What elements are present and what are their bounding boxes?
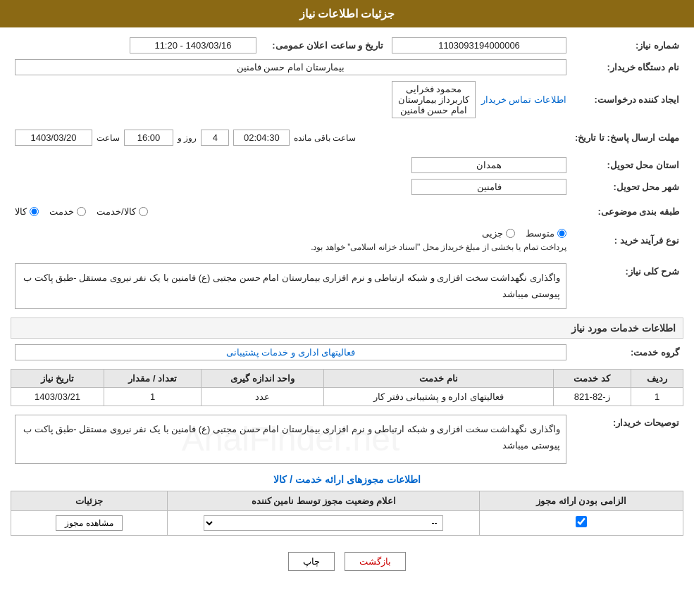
list-item: -- مشاهده مجوز xyxy=(11,510,683,535)
process-radio2-label: متوسط xyxy=(526,228,554,239)
process-radio-jozi[interactable]: جزیی xyxy=(482,228,515,239)
view-permit-button[interactable]: مشاهده مجوز xyxy=(56,515,122,531)
category-radio2-input[interactable] xyxy=(77,207,86,216)
cell-qty: 1 xyxy=(104,387,202,406)
perm-required-checkbox[interactable] xyxy=(576,516,587,527)
col-qty: تعداد / مقدار xyxy=(104,369,202,387)
perm-col-required: الزامی بودن ارائه مجوز xyxy=(480,491,683,510)
perm-col-status: اعلام وضعیت مجوز توسط نامین کننده xyxy=(168,491,480,510)
need-number-label: شماره نیاز: xyxy=(571,34,683,56)
process-radio2-input[interactable] xyxy=(557,229,566,238)
cell-name: فعالیتهای اداره و پشتیبانی دفتر کار xyxy=(324,387,553,406)
announce-value: 1403/03/16 - 11:20 xyxy=(130,37,256,54)
deadline-date: 1403/03/20 xyxy=(15,130,92,146)
services-table: ردیف کد خدمت نام خدمت واحد اندازه گیری ت… xyxy=(11,369,683,406)
cell-code: ز-82-821 xyxy=(553,387,631,406)
buyer-desc-label: توصیحات خریدار: xyxy=(571,412,683,467)
creator-value: محمود فخرایی کاربرداز بیمارستان امام حسن… xyxy=(392,81,476,118)
deadline-time: 16:00 xyxy=(124,130,173,146)
deadline-days: 4 xyxy=(201,130,229,146)
permissions-table: الزامی بودن ارائه مجوز اعلام وضعیت مجوز … xyxy=(11,491,683,536)
category-radio3-label: کالا/خدمت xyxy=(97,206,136,217)
creator-label: ایجاد کننده درخواست: xyxy=(571,78,683,121)
col-row: ردیف xyxy=(631,369,683,387)
perm-col-detail: جزئیات xyxy=(11,491,168,510)
province-label: استان محل تحویل: xyxy=(571,154,683,176)
category-radio1-label: کالا xyxy=(15,206,27,217)
category-radio-kala[interactable]: کالا xyxy=(15,206,39,217)
col-name: نام خدمت xyxy=(324,369,553,387)
category-label: طبقه بندی موضوعی: xyxy=(571,203,683,220)
announce-label: تاریخ و ساعت اعلان عمومی: xyxy=(261,34,388,56)
category-radio3-input[interactable] xyxy=(139,207,148,216)
services-section-header: اطلاعات خدمات مورد نیاز xyxy=(11,318,683,339)
deadline-day-label: روز و xyxy=(178,133,197,143)
perm-status-cell: -- xyxy=(168,510,480,535)
cell-unit: عدد xyxy=(202,387,324,406)
deadline-remaining-label: ساعت باقی مانده xyxy=(294,133,356,143)
category-radio-khedmat[interactable]: خدمت xyxy=(49,206,86,217)
page-header: جزئیات اطلاعات نیاز xyxy=(0,0,694,27)
col-unit: واحد اندازه گیری xyxy=(202,369,324,387)
bottom-buttons: بازگشت چاپ xyxy=(11,541,683,585)
creator-contact-link[interactable]: اطلاعات تماس خریدار xyxy=(481,94,566,105)
process-radio-motavasset[interactable]: متوسط xyxy=(526,228,566,239)
back-button[interactable]: بازگشت xyxy=(345,552,406,571)
service-group-value: فعالیتهای اداری و خدمات پشتیبانی xyxy=(15,344,566,360)
col-code: کد خدمت xyxy=(553,369,631,387)
category-radio1-input[interactable] xyxy=(30,207,39,216)
buyer-desc-value: واگذاری نگهداشت سخت افزاری و شبکه ارتباط… xyxy=(15,415,566,464)
need-number-value: 1103093194000006 xyxy=(392,37,566,54)
province-value: همدان xyxy=(411,157,566,173)
col-date: تاریخ نیاز xyxy=(11,369,104,387)
cell-row: 1 xyxy=(631,387,683,406)
city-label: شهر محل تحویل: xyxy=(571,176,683,198)
cell-date: 1403/03/21 xyxy=(11,387,104,406)
buyer-name-label: نام دستگاه خریدار: xyxy=(571,56,683,78)
process-label: نوع فرآیند خرید : xyxy=(571,225,683,255)
category-radio2-label: خدمت xyxy=(49,206,74,217)
need-desc-value: واگذاری نگهداشت سخت افزاری و شبکه ارتباط… xyxy=(15,263,566,309)
watermark: AnalFinder.net xyxy=(182,409,400,470)
category-radio-kala-khedmat[interactable]: کالا/خدمت xyxy=(97,206,148,217)
need-desc-label: شرح کلی نیاز: xyxy=(571,260,683,312)
deadline-label: مهلت ارسال پاسخ: تا تاریخ: xyxy=(571,127,683,149)
service-group-label: گروه خدمت: xyxy=(571,341,683,363)
perm-status-select[interactable]: -- xyxy=(204,515,444,531)
buyer-name-value: بیمارستان امام حسن فامنین xyxy=(15,59,566,75)
process-radio1-label: جزیی xyxy=(482,228,503,239)
process-notice: پرداخت تمام یا بخشی از مبلغ خریداز محل "… xyxy=(311,242,566,252)
deadline-time-label: ساعت xyxy=(97,133,120,143)
permissions-section-link[interactable]: اطلاعات مجوزهای ارائه خدمت / کالا xyxy=(11,474,683,485)
print-button[interactable]: چاپ xyxy=(288,552,335,571)
process-radio1-input[interactable] xyxy=(506,229,515,238)
perm-detail-cell: مشاهده مجوز xyxy=(11,510,168,535)
perm-required-cell xyxy=(480,510,683,535)
page-title: جزئیات اطلاعات نیاز xyxy=(299,8,395,20)
city-value: فامنین xyxy=(411,179,566,195)
deadline-remaining: 02:04:30 xyxy=(233,130,290,146)
table-row: 1 ز-82-821 فعالیتهای اداره و پشتیبانی دف… xyxy=(11,387,683,406)
